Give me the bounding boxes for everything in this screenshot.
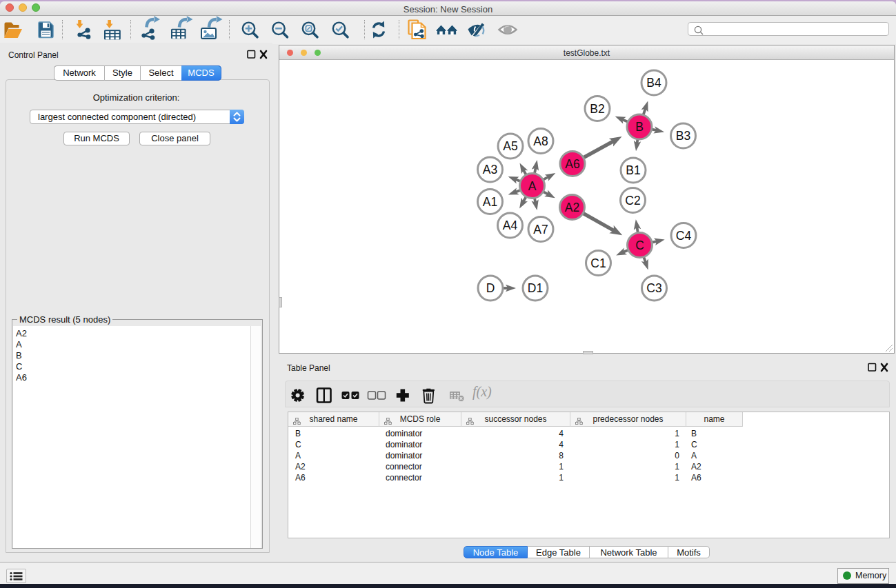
svg-text:C1: C1 xyxy=(590,256,606,270)
svg-text:A2: A2 xyxy=(565,201,579,214)
svg-text:A3: A3 xyxy=(483,163,497,176)
svg-text:B4: B4 xyxy=(646,76,661,90)
svg-text:B: B xyxy=(635,120,644,134)
svg-text:A6: A6 xyxy=(565,157,579,171)
svg-text:D: D xyxy=(486,281,495,295)
svg-text:D1: D1 xyxy=(528,281,543,295)
svg-text:A5: A5 xyxy=(503,139,517,153)
svg-text:A8: A8 xyxy=(533,134,548,148)
svg-text:A7: A7 xyxy=(533,223,548,236)
svg-text:C3: C3 xyxy=(646,281,661,295)
svg-text:A: A xyxy=(528,179,537,193)
svg-text:B3: B3 xyxy=(676,129,690,143)
svg-text:A1: A1 xyxy=(483,195,497,209)
svg-text:C2: C2 xyxy=(625,194,640,207)
svg-text:B1: B1 xyxy=(626,163,640,177)
svg-text:B2: B2 xyxy=(590,102,604,116)
svg-text:A4: A4 xyxy=(503,219,518,232)
svg-text:C4: C4 xyxy=(676,229,692,243)
svg-text:C: C xyxy=(635,239,644,252)
